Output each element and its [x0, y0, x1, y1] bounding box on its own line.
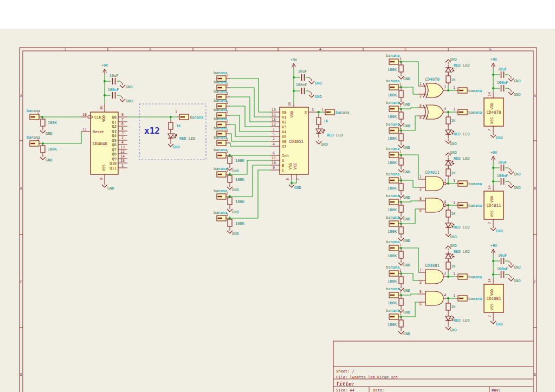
pin-number: 16 — [287, 102, 292, 106]
resistor[interactable] — [446, 303, 450, 310]
resistor-value: 1K — [451, 212, 456, 216]
wire-junction[interactable] — [229, 217, 231, 219]
gnd-label: GND — [403, 239, 410, 243]
gnd-label: GND — [496, 322, 503, 326]
resistor-value: 100K — [388, 230, 397, 234]
gate-and[interactable] — [425, 291, 443, 305]
frame-col-label: 6 — [489, 47, 492, 51]
banana-label: banana — [468, 297, 482, 301]
pin-number: 1 — [399, 126, 402, 130]
label: 100nF — [295, 83, 307, 87]
title-block-text: Rev: — [492, 388, 501, 392]
cap-value: 100nF — [496, 267, 508, 271]
resistor[interactable] — [41, 146, 45, 153]
pin-name: X5 — [282, 135, 286, 139]
gate-group-name: CD4081 — [425, 263, 440, 268]
ic-name: CD4070 — [486, 110, 501, 115]
wire-junction[interactable] — [229, 154, 231, 156]
label: 100K — [48, 121, 57, 125]
gate-nand[interactable] — [425, 177, 443, 191]
schematic-canvas[interactable]: 123456AABBCCDDSheet: /File: lunetta_lab.… — [0, 0, 555, 392]
banana-label: banana — [468, 89, 482, 93]
resistor[interactable] — [228, 175, 232, 182]
resistor[interactable] — [317, 117, 321, 125]
resistor[interactable] — [446, 76, 450, 83]
resistor[interactable] — [399, 320, 403, 327]
resistor[interactable] — [41, 119, 45, 126]
wire-junction[interactable] — [42, 142, 44, 145]
ic-power-pin-name: VSS — [490, 117, 494, 125]
resistor[interactable] — [446, 117, 450, 124]
pin-number: 6 — [420, 302, 422, 306]
resistor[interactable] — [228, 156, 232, 164]
wire-junction[interactable] — [41, 116, 43, 118]
banana-label: banana — [214, 99, 227, 103]
gate-and[interactable] — [425, 270, 443, 284]
wire-junction[interactable] — [293, 90, 295, 92]
resistor[interactable] — [228, 198, 232, 205]
gnd-label: GND — [403, 146, 410, 150]
pin-number: 14 — [487, 185, 492, 190]
resistor[interactable] — [399, 112, 403, 119]
banana-label: banana — [214, 89, 227, 94]
top-strip — [0, 0, 555, 29]
pin-number: 5 — [420, 103, 422, 108]
resistor[interactable] — [399, 65, 403, 72]
gnd-label: GND — [450, 244, 457, 248]
frame-col-label: 3 — [234, 47, 236, 51]
frame-col-label: 1 — [64, 47, 66, 51]
resistor[interactable] — [399, 184, 403, 191]
resistor[interactable] — [446, 210, 450, 217]
note-text-x12: x12 — [144, 126, 160, 136]
banana-label: banana — [214, 189, 227, 193]
resistor[interactable] — [399, 277, 403, 284]
resistor-value: 100K — [235, 200, 245, 204]
led-label: RED LED — [454, 250, 470, 254]
banana-label: banana — [468, 275, 482, 279]
wire-junction[interactable] — [291, 182, 293, 184]
banana-label: banana — [468, 204, 482, 208]
gate-nand[interactable] — [425, 198, 443, 212]
canvas-background — [0, 0, 555, 392]
resistor[interactable] — [446, 262, 450, 269]
resistor-value: 100K — [388, 208, 397, 212]
pin-number: 1 — [226, 169, 228, 173]
wire-junction[interactable] — [229, 173, 231, 175]
resistor[interactable] — [399, 134, 403, 141]
pin-name: X1 — [282, 115, 286, 120]
banana-label: banana — [214, 71, 227, 75]
wire-junction[interactable] — [318, 111, 320, 113]
pin-name: Q1 — [112, 120, 117, 125]
banana-label: banana — [386, 79, 399, 83]
resistor[interactable] — [446, 169, 450, 176]
pin-number: 1 — [226, 191, 228, 195]
wire-junction[interactable] — [293, 76, 295, 79]
ic-power-pin-name: VSS — [490, 211, 494, 218]
wire-junction[interactable] — [104, 94, 106, 96]
ic-power-pin-name: VSS — [102, 165, 106, 172]
resistor[interactable] — [399, 251, 403, 258]
resistor[interactable] — [399, 227, 403, 234]
resistor[interactable] — [399, 298, 403, 305]
resistor[interactable] — [399, 158, 403, 165]
banana-label: banana — [214, 148, 227, 152]
resistor-value: 100K — [388, 115, 397, 119]
pin-number: 1 — [399, 290, 402, 295]
label: 1 — [37, 138, 39, 142]
ic-power-pin-name: VDD — [490, 103, 494, 110]
cap-value: 100nF — [496, 174, 508, 178]
pin-name: CLK — [94, 115, 101, 120]
wire-junction[interactable] — [170, 116, 172, 118]
resistor[interactable] — [399, 205, 403, 212]
resistor-value: 100K — [388, 68, 397, 72]
gnd-label: GND — [403, 332, 410, 336]
pin-number: 6 — [420, 209, 422, 213]
pin-number: 6 — [420, 116, 422, 120]
resistor[interactable] — [399, 90, 403, 97]
pin-name: Reset — [93, 130, 104, 134]
resistor[interactable] — [228, 219, 232, 226]
resistor[interactable] — [169, 122, 173, 129]
wire-junction[interactable] — [229, 195, 231, 198]
pin-number: 1 — [399, 150, 402, 154]
wire-junction[interactable] — [104, 80, 106, 82]
